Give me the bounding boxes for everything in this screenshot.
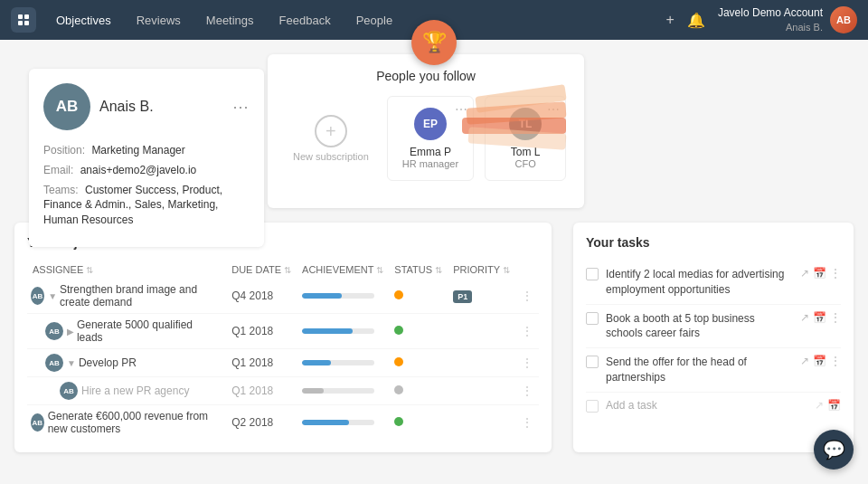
task-calendar-icon[interactable]: 📅 xyxy=(813,267,826,280)
col-status[interactable]: STATUS ⇅ xyxy=(389,261,448,279)
status-dot xyxy=(394,290,403,299)
obj-row-name: AB Hire a new PR agency xyxy=(60,382,221,400)
nav-item-people[interactable]: People xyxy=(345,8,403,33)
row-dots[interactable]: ⋮ xyxy=(521,415,533,430)
tasks-list: Identify 2 local medias for advertising … xyxy=(586,261,841,419)
svg-rect-0 xyxy=(18,14,23,19)
profile-menu-dots[interactable]: ⋯ xyxy=(232,97,250,117)
add-task-calendar-icon[interactable]: 📅 xyxy=(827,399,841,412)
obj-avatar: AB xyxy=(31,413,44,432)
email-value: anais+demo2@javelo.io xyxy=(80,164,197,176)
task-text: Send the offer for the head of partnersh… xyxy=(606,355,793,385)
row-dots[interactable]: ⋮ xyxy=(521,324,533,338)
main-content: 🏆 AB Anais B. ⋯ Position: Marketing Mana… xyxy=(0,40,868,467)
person-name-0: Emma P xyxy=(402,146,458,158)
svg-rect-2 xyxy=(18,21,23,25)
task-calendar-icon[interactable]: 📅 xyxy=(813,311,826,324)
obj-row-menu[interactable]: ⋮ xyxy=(515,377,539,405)
task-more-icon[interactable]: ⋮ xyxy=(830,267,841,280)
task-checkbox[interactable] xyxy=(586,312,599,325)
nav-item-meetings[interactable]: Meetings xyxy=(195,8,265,33)
nav-item-feedback[interactable]: Feedback xyxy=(269,8,342,33)
obj-achievement xyxy=(297,349,389,377)
status-dot xyxy=(394,385,403,394)
obj-due-date: Q1 2018 xyxy=(226,377,297,405)
col-priority[interactable]: PRIORITY ⇅ xyxy=(448,261,515,279)
obj-achievement xyxy=(297,405,389,441)
add-task-label[interactable]: Add a task xyxy=(606,399,657,412)
bell-icon[interactable]: 🔔 xyxy=(687,12,705,29)
table-row: AB ▼ Develop PR Q1 2018 ⋮ xyxy=(27,349,539,377)
obj-avatar: AB xyxy=(45,322,63,340)
decoration xyxy=(458,63,566,145)
task-more-icon[interactable]: ⋮ xyxy=(830,355,841,367)
task-item: Identify 2 local medias for advertising … xyxy=(586,261,841,305)
obj-row-menu[interactable]: ⋮ xyxy=(515,349,539,377)
status-dot xyxy=(394,417,403,426)
obj-priority: P1 xyxy=(448,279,515,314)
table-row: AB ▼ Strengthen brand image and create d… xyxy=(27,279,539,314)
profile-header: AB Anais B. ⋯ xyxy=(43,83,250,130)
profile-avatar: AB xyxy=(43,83,90,130)
top-row: AB Anais B. ⋯ Position: Marketing Manage… xyxy=(14,54,854,208)
obj-name-text: Strengthen brand image and create demand xyxy=(60,283,221,308)
new-sub-label: New subscription xyxy=(293,151,369,162)
progress-bar-bg xyxy=(302,360,374,365)
tasks-title: Your tasks xyxy=(586,235,841,250)
obj-row-menu[interactable]: ⋮ xyxy=(515,314,539,349)
task-share-icon[interactable]: ↗ xyxy=(800,355,809,367)
svg-rect-3 xyxy=(24,21,29,25)
col-assignee[interactable]: ASSIGNEE ⇅ xyxy=(27,261,226,279)
account-name: Javelo Demo Account xyxy=(718,6,823,21)
nav-item-reviews[interactable]: Reviews xyxy=(126,8,192,33)
progress-bar-fill xyxy=(302,328,353,334)
chat-button[interactable]: 💬 xyxy=(814,430,854,467)
col-achievement[interactable]: ACHIEVEMENT ⇅ xyxy=(297,261,389,279)
account-menu[interactable]: Javelo Demo Account Anais B. AB xyxy=(718,6,857,33)
add-task-share-icon[interactable]: ↗ xyxy=(815,399,824,412)
logo[interactable] xyxy=(11,7,36,33)
task-icons: ↗ 📅 ⋮ xyxy=(800,267,841,280)
progress-bar-fill xyxy=(302,360,331,365)
task-item: Send the offer for the head of partnersh… xyxy=(586,348,841,393)
profile-name: Anais B. xyxy=(99,99,154,115)
progress-bar-bg xyxy=(302,420,374,425)
new-subscription-button[interactable]: + New subscription xyxy=(286,108,376,169)
position-label: Position: xyxy=(43,144,85,157)
task-checkbox[interactable] xyxy=(586,268,599,280)
bottom-row: Your objectives ASSIGNEE ⇅ DUE DATE ⇅ AC… xyxy=(14,223,854,452)
progress-bar-fill xyxy=(302,293,342,299)
task-more-icon[interactable]: ⋮ xyxy=(830,311,841,324)
add-task-row[interactable]: Add a task ↗ 📅 xyxy=(586,393,841,419)
row-dots[interactable]: ⋮ xyxy=(521,356,533,370)
nav-item-objectives[interactable]: Objectives xyxy=(45,8,122,33)
table-row: AB Hire a new PR agency Q1 2018 ⋮ xyxy=(27,377,539,405)
status-dot xyxy=(394,326,403,335)
table-row: AB ▶ Generate 5000 qualified leads Q1 20… xyxy=(27,314,539,349)
task-checkbox[interactable] xyxy=(586,356,599,368)
progress-bar-bg xyxy=(302,293,374,299)
add-subscription-icon: + xyxy=(315,115,347,147)
obj-achievement xyxy=(297,377,389,405)
obj-row-menu[interactable]: ⋮ xyxy=(515,405,539,441)
status-dot xyxy=(394,357,403,366)
obj-row-menu[interactable]: ⋮ xyxy=(515,279,539,314)
row-dots[interactable]: ⋮ xyxy=(521,384,533,398)
progress-bar-bg xyxy=(302,328,374,334)
obj-row-name: AB ▼ Develop PR xyxy=(45,354,221,372)
obj-status xyxy=(389,377,448,405)
progress-bar-fill xyxy=(302,388,324,394)
task-share-icon[interactable]: ↗ xyxy=(800,311,809,324)
task-text: Book a booth at 5 top business schools c… xyxy=(606,311,793,342)
task-calendar-icon[interactable]: 📅 xyxy=(813,355,826,367)
obj-name-text: Hire a new PR agency xyxy=(81,384,189,397)
nav-avatar[interactable]: AB xyxy=(830,6,857,33)
obj-avatar: AB xyxy=(31,287,44,305)
row-dots[interactable]: ⋮ xyxy=(521,289,533,303)
obj-name-text: Generate €600,000 revenue from new custo… xyxy=(48,410,222,435)
add-icon[interactable]: + xyxy=(666,12,675,28)
task-share-icon[interactable]: ↗ xyxy=(800,267,809,280)
add-task-checkbox[interactable] xyxy=(586,400,599,413)
col-due-date[interactable]: DUE DATE ⇅ xyxy=(226,261,297,279)
profile-email: Email: anais+demo2@javelo.io xyxy=(43,163,250,178)
